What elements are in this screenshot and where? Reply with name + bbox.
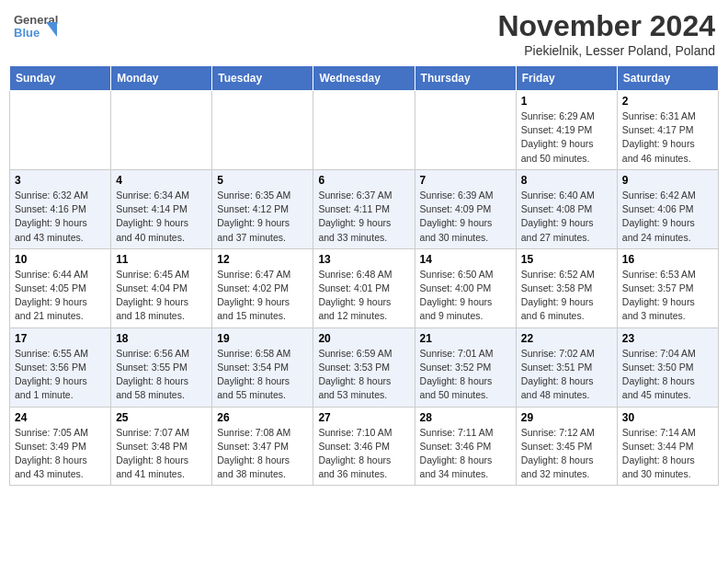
day-number: 21 xyxy=(420,332,511,345)
calendar-week-row: 17Sunrise: 6:55 AM Sunset: 3:56 PM Dayli… xyxy=(10,327,719,407)
day-info: Sunrise: 6:55 AM Sunset: 3:56 PM Dayligh… xyxy=(15,347,106,403)
page-header: General Blue November 2024 Piekielnik, L… xyxy=(9,9,719,58)
calendar-cell: 4Sunrise: 6:34 AM Sunset: 4:14 PM Daylig… xyxy=(111,169,212,248)
day-info: Sunrise: 6:42 AM Sunset: 4:06 PM Dayligh… xyxy=(622,189,713,245)
calendar-header-row: SundayMondayTuesdayWednesdayThursdayFrid… xyxy=(10,66,719,91)
day-number: 26 xyxy=(217,411,308,424)
calendar-cell: 7Sunrise: 6:39 AM Sunset: 4:09 PM Daylig… xyxy=(415,169,516,248)
calendar-cell: 24Sunrise: 7:05 AM Sunset: 3:49 PM Dayli… xyxy=(10,407,111,486)
day-info: Sunrise: 6:53 AM Sunset: 3:57 PM Dayligh… xyxy=(622,268,713,324)
day-info: Sunrise: 7:04 AM Sunset: 3:50 PM Dayligh… xyxy=(622,347,713,403)
calendar-cell: 3Sunrise: 6:32 AM Sunset: 4:16 PM Daylig… xyxy=(10,169,111,248)
calendar-cell: 30Sunrise: 7:14 AM Sunset: 3:44 PM Dayli… xyxy=(617,407,718,486)
day-number: 10 xyxy=(15,253,106,266)
day-number: 3 xyxy=(15,174,106,187)
day-number: 14 xyxy=(420,253,511,266)
day-info: Sunrise: 6:56 AM Sunset: 3:55 PM Dayligh… xyxy=(116,347,207,403)
day-number: 27 xyxy=(318,411,409,424)
day-info: Sunrise: 6:48 AM Sunset: 4:01 PM Dayligh… xyxy=(318,268,409,324)
calendar-week-row: 1Sunrise: 6:29 AM Sunset: 4:19 PM Daylig… xyxy=(10,91,719,170)
day-number: 25 xyxy=(116,411,207,424)
calendar-cell xyxy=(111,91,212,170)
day-info: Sunrise: 6:40 AM Sunset: 4:08 PM Dayligh… xyxy=(521,189,612,245)
day-number: 16 xyxy=(622,253,713,266)
day-number: 20 xyxy=(318,332,409,345)
day-info: Sunrise: 6:37 AM Sunset: 4:11 PM Dayligh… xyxy=(318,189,409,245)
calendar-cell: 10Sunrise: 6:44 AM Sunset: 4:05 PM Dayli… xyxy=(10,248,111,327)
day-number: 5 xyxy=(217,174,308,187)
day-number: 15 xyxy=(521,253,612,266)
calendar-cell: 1Sunrise: 6:29 AM Sunset: 4:19 PM Daylig… xyxy=(516,91,617,170)
day-number: 28 xyxy=(420,411,511,424)
day-info: Sunrise: 6:29 AM Sunset: 4:19 PM Dayligh… xyxy=(521,109,612,166)
main-title: November 2024 xyxy=(497,9,715,43)
day-number: 23 xyxy=(622,332,713,345)
calendar-cell: 17Sunrise: 6:55 AM Sunset: 3:56 PM Dayli… xyxy=(10,327,111,407)
title-block: November 2024 Piekielnik, Lesser Poland,… xyxy=(497,9,715,58)
day-number: 2 xyxy=(622,95,713,108)
day-info: Sunrise: 7:14 AM Sunset: 3:44 PM Dayligh… xyxy=(622,426,713,482)
calendar-cell: 25Sunrise: 7:07 AM Sunset: 3:48 PM Dayli… xyxy=(111,407,212,486)
calendar-cell: 26Sunrise: 7:08 AM Sunset: 3:47 PM Dayli… xyxy=(212,407,313,486)
calendar-cell: 13Sunrise: 6:48 AM Sunset: 4:01 PM Dayli… xyxy=(313,248,415,327)
day-info: Sunrise: 6:34 AM Sunset: 4:14 PM Dayligh… xyxy=(116,189,207,245)
calendar-cell: 21Sunrise: 7:01 AM Sunset: 3:52 PM Dayli… xyxy=(415,327,516,407)
day-header-wednesday: Wednesday xyxy=(313,66,415,91)
calendar-week-row: 24Sunrise: 7:05 AM Sunset: 3:49 PM Dayli… xyxy=(10,407,719,486)
day-number: 17 xyxy=(15,332,106,345)
day-header-monday: Monday xyxy=(111,66,212,91)
calendar-cell xyxy=(313,91,415,170)
calendar-cell xyxy=(10,91,111,170)
calendar-cell: 22Sunrise: 7:02 AM Sunset: 3:51 PM Dayli… xyxy=(516,327,617,407)
calendar-cell: 8Sunrise: 6:40 AM Sunset: 4:08 PM Daylig… xyxy=(516,169,617,248)
subtitle: Piekielnik, Lesser Poland, Poland xyxy=(497,43,715,58)
day-number: 18 xyxy=(116,332,207,345)
calendar-cell: 15Sunrise: 6:52 AM Sunset: 3:58 PM Dayli… xyxy=(516,248,617,327)
calendar-cell: 20Sunrise: 6:59 AM Sunset: 3:53 PM Dayli… xyxy=(313,327,415,407)
day-number: 6 xyxy=(318,174,409,187)
calendar-cell: 23Sunrise: 7:04 AM Sunset: 3:50 PM Dayli… xyxy=(617,327,718,407)
day-info: Sunrise: 6:32 AM Sunset: 4:16 PM Dayligh… xyxy=(15,189,106,245)
calendar-table: SundayMondayTuesdayWednesdayThursdayFrid… xyxy=(9,65,719,486)
day-number: 1 xyxy=(521,95,612,108)
svg-marker-2 xyxy=(46,22,57,37)
calendar-cell: 29Sunrise: 7:12 AM Sunset: 3:45 PM Dayli… xyxy=(516,407,617,486)
day-number: 4 xyxy=(116,174,207,187)
calendar-cell: 12Sunrise: 6:47 AM Sunset: 4:02 PM Dayli… xyxy=(212,248,313,327)
day-info: Sunrise: 7:11 AM Sunset: 3:46 PM Dayligh… xyxy=(420,426,511,482)
calendar-cell: 18Sunrise: 6:56 AM Sunset: 3:55 PM Dayli… xyxy=(111,327,212,407)
day-info: Sunrise: 7:07 AM Sunset: 3:48 PM Dayligh… xyxy=(116,426,207,482)
calendar-cell: 6Sunrise: 6:37 AM Sunset: 4:11 PM Daylig… xyxy=(313,169,415,248)
day-info: Sunrise: 7:12 AM Sunset: 3:45 PM Dayligh… xyxy=(521,426,612,482)
day-number: 30 xyxy=(622,411,713,424)
day-number: 11 xyxy=(116,253,207,266)
calendar-cell: 5Sunrise: 6:35 AM Sunset: 4:12 PM Daylig… xyxy=(212,169,313,248)
day-info: Sunrise: 6:52 AM Sunset: 3:58 PM Dayligh… xyxy=(521,268,612,324)
calendar-cell: 14Sunrise: 6:50 AM Sunset: 4:00 PM Dayli… xyxy=(415,248,516,327)
calendar-cell: 27Sunrise: 7:10 AM Sunset: 3:46 PM Dayli… xyxy=(313,407,415,486)
day-info: Sunrise: 7:05 AM Sunset: 3:49 PM Dayligh… xyxy=(15,426,106,482)
logo: General Blue xyxy=(13,9,59,46)
day-info: Sunrise: 6:47 AM Sunset: 4:02 PM Dayligh… xyxy=(217,268,308,324)
day-number: 12 xyxy=(217,253,308,266)
calendar-cell: 11Sunrise: 6:45 AM Sunset: 4:04 PM Dayli… xyxy=(111,248,212,327)
day-info: Sunrise: 7:02 AM Sunset: 3:51 PM Dayligh… xyxy=(521,347,612,403)
day-number: 29 xyxy=(521,411,612,424)
day-number: 13 xyxy=(318,253,409,266)
day-number: 22 xyxy=(521,332,612,345)
day-number: 24 xyxy=(15,411,106,424)
day-number: 19 xyxy=(217,332,308,345)
day-info: Sunrise: 6:59 AM Sunset: 3:53 PM Dayligh… xyxy=(318,347,409,403)
day-header-sunday: Sunday xyxy=(10,66,111,91)
calendar-cell xyxy=(415,91,516,170)
calendar-cell xyxy=(212,91,313,170)
day-header-saturday: Saturday xyxy=(617,66,718,91)
day-info: Sunrise: 6:35 AM Sunset: 4:12 PM Dayligh… xyxy=(217,189,308,245)
day-info: Sunrise: 6:45 AM Sunset: 4:04 PM Dayligh… xyxy=(116,268,207,324)
day-info: Sunrise: 6:58 AM Sunset: 3:54 PM Dayligh… xyxy=(217,347,308,403)
day-number: 7 xyxy=(420,174,511,187)
day-info: Sunrise: 7:08 AM Sunset: 3:47 PM Dayligh… xyxy=(217,426,308,482)
day-info: Sunrise: 6:50 AM Sunset: 4:00 PM Dayligh… xyxy=(420,268,511,324)
calendar-cell: 16Sunrise: 6:53 AM Sunset: 3:57 PM Dayli… xyxy=(617,248,718,327)
day-info: Sunrise: 7:01 AM Sunset: 3:52 PM Dayligh… xyxy=(420,347,511,403)
